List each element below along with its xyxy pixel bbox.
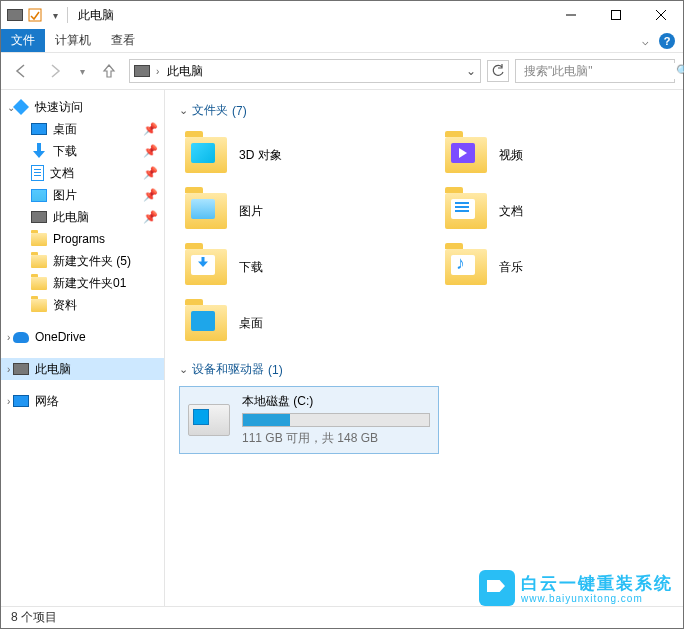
folder-icon [31, 299, 47, 312]
window-title: 此电脑 [78, 7, 114, 24]
svg-rect-2 [611, 11, 620, 20]
folder-item-pictures[interactable]: 图片 [179, 183, 439, 239]
tab-file[interactable]: 文件 [1, 29, 45, 52]
nav-item-folder[interactable]: 新建文件夹01 [1, 272, 164, 294]
drive-icon [188, 399, 230, 441]
search-input[interactable] [522, 63, 676, 79]
app-icon [7, 7, 23, 23]
forward-button[interactable] [41, 57, 69, 85]
nav-item-pictures[interactable]: 图片📌 [1, 184, 164, 206]
address-dropdown-icon[interactable]: ⌄ [466, 64, 476, 78]
address-row: ▾ › 此电脑 ⌄ 🔍 [1, 53, 683, 89]
expand-ribbon-icon[interactable]: ⌵ [642, 35, 649, 48]
nav-onedrive[interactable]: › OneDrive [1, 326, 164, 348]
nav-item-downloads[interactable]: 下载📌 [1, 140, 164, 162]
nav-network[interactable]: › 网络 [1, 390, 164, 412]
folder-item-downloads[interactable]: 下载 [179, 239, 439, 295]
nav-item-folder[interactable]: Programs [1, 228, 164, 250]
address-bar[interactable]: › 此电脑 ⌄ [129, 59, 481, 83]
chevron-right-icon: › [156, 66, 159, 77]
titlebar: ▾ 此电脑 [1, 1, 683, 29]
nav-item-thispc[interactable]: 此电脑📌 [1, 206, 164, 228]
qat-dropdown-icon[interactable]: ▾ [47, 7, 63, 23]
group-header-drives[interactable]: ⌄ 设备和驱动器 (1) [179, 361, 669, 378]
pc-icon [31, 211, 47, 223]
explorer-window: ▾ 此电脑 文件 计算机 查看 ⌵ ? ▾ › 此电脑 ⌄ [0, 0, 684, 629]
pc-icon [13, 363, 29, 375]
pin-icon: 📌 [143, 166, 158, 180]
folder-icon [31, 277, 47, 290]
desktop-icon [31, 123, 47, 135]
document-icon [31, 165, 44, 181]
maximize-button[interactable] [593, 1, 638, 29]
up-button[interactable] [95, 57, 123, 85]
recent-dropdown-icon[interactable]: ▾ [75, 57, 89, 85]
help-icon[interactable]: ? [659, 33, 675, 49]
drive-label: 本地磁盘 (C:) [242, 393, 430, 410]
chevron-down-icon[interactable]: ⌄ [179, 363, 188, 376]
chevron-right-icon[interactable]: › [7, 364, 10, 375]
folder-icon [31, 255, 47, 268]
qat-properties-icon[interactable] [27, 7, 43, 23]
tab-view[interactable]: 查看 [101, 29, 145, 52]
breadcrumb[interactable]: 此电脑 [165, 63, 205, 80]
nav-thispc[interactable]: › 此电脑 [1, 358, 164, 380]
nav-item-desktop[interactable]: 桌面📌 [1, 118, 164, 140]
drive-usage-bar [242, 413, 430, 427]
download-icon [31, 143, 47, 159]
picture-icon [31, 189, 47, 202]
ribbon: 文件 计算机 查看 ⌵ ? [1, 29, 683, 53]
status-text: 8 个项目 [11, 609, 57, 626]
pin-icon: 📌 [143, 122, 158, 136]
folder-item-documents[interactable]: 文档 [439, 183, 683, 239]
quick-access-icon [13, 99, 29, 115]
nav-item-folder[interactable]: 新建文件夹 (5) [1, 250, 164, 272]
close-button[interactable] [638, 1, 683, 29]
nav-label: 快速访问 [35, 99, 83, 116]
folder-item-desktop[interactable]: 桌面 [179, 295, 439, 351]
network-icon [13, 395, 29, 407]
drive-sub: 111 GB 可用，共 148 GB [242, 430, 430, 447]
chevron-right-icon[interactable]: › [7, 332, 10, 343]
search-icon[interactable]: 🔍 [676, 64, 684, 78]
search-box[interactable]: 🔍 [515, 59, 675, 83]
content-pane: ⌄ 文件夹 (7) 3D 对象 视频 图片 文档 下载 音乐 桌面 ⌄ 设备和驱… [165, 90, 683, 606]
pc-icon [134, 63, 150, 79]
group-header-folders[interactable]: ⌄ 文件夹 (7) [179, 102, 669, 119]
nav-quick-access[interactable]: ⌄ 快速访问 [1, 96, 164, 118]
folder-item-videos[interactable]: 视频 [439, 127, 683, 183]
minimize-button[interactable] [548, 1, 593, 29]
folder-item-music[interactable]: 音乐 [439, 239, 683, 295]
chevron-down-icon[interactable]: ⌄ [179, 104, 188, 117]
pin-icon: 📌 [143, 210, 158, 224]
refresh-button[interactable] [487, 60, 509, 82]
pin-icon: 📌 [143, 144, 158, 158]
chevron-right-icon[interactable]: › [7, 396, 10, 407]
folder-item-3dobjects[interactable]: 3D 对象 [179, 127, 439, 183]
svg-rect-0 [29, 9, 41, 21]
tab-computer[interactable]: 计算机 [45, 29, 101, 52]
status-bar: 8 个项目 [1, 606, 683, 628]
pin-icon: 📌 [143, 188, 158, 202]
folders-grid: 3D 对象 视频 图片 文档 下载 音乐 桌面 [179, 127, 669, 351]
nav-item-folder[interactable]: 资料 [1, 294, 164, 316]
nav-item-documents[interactable]: 文档📌 [1, 162, 164, 184]
folder-icon [31, 233, 47, 246]
navigation-pane: ⌄ 快速访问 桌面📌 下载📌 文档📌 图片📌 此电脑📌 Programs 新建文… [1, 90, 165, 606]
back-button[interactable] [7, 57, 35, 85]
onedrive-icon [13, 332, 29, 343]
drive-item-c[interactable]: 本地磁盘 (C:) 111 GB 可用，共 148 GB [179, 386, 439, 454]
